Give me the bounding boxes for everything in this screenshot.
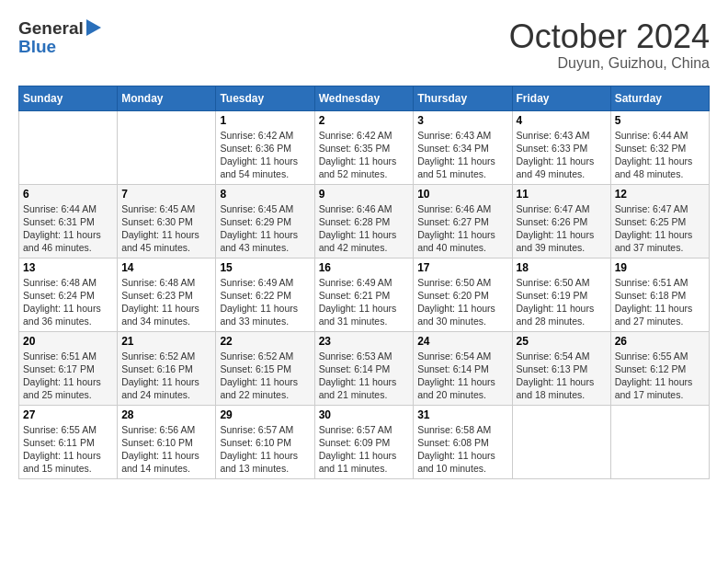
day-number: 11 — [517, 188, 607, 201]
day-number: 3 — [417, 114, 507, 127]
day-info: Sunrise: 6:50 AM Sunset: 6:19 PM Dayligh… — [517, 276, 607, 328]
day-info: Sunrise: 6:53 AM Sunset: 6:14 PM Dayligh… — [319, 350, 410, 402]
day-number: 21 — [121, 335, 211, 348]
day-number: 31 — [417, 408, 507, 421]
day-number: 13 — [23, 261, 113, 274]
calendar-cell: 27Sunrise: 6:55 AM Sunset: 6:11 PM Dayli… — [19, 405, 118, 478]
calendar-cell: 15Sunrise: 6:49 AM Sunset: 6:22 PM Dayli… — [216, 258, 314, 331]
weekday-header-thursday: Thursday — [414, 86, 512, 110]
weekday-header-friday: Friday — [512, 86, 610, 110]
calendar-cell: 21Sunrise: 6:52 AM Sunset: 6:16 PM Dayli… — [118, 331, 216, 405]
day-info: Sunrise: 6:48 AM Sunset: 6:24 PM Dayligh… — [23, 276, 113, 328]
day-info: Sunrise: 6:55 AM Sunset: 6:11 PM Dayligh… — [23, 423, 113, 476]
day-number: 10 — [417, 188, 507, 201]
calendar-cell: 20Sunrise: 6:51 AM Sunset: 6:17 PM Dayli… — [19, 331, 118, 405]
day-number: 27 — [23, 408, 113, 421]
day-number: 26 — [615, 335, 705, 348]
calendar-week-5: 27Sunrise: 6:55 AM Sunset: 6:11 PM Dayli… — [19, 405, 710, 478]
day-info: Sunrise: 6:42 AM Sunset: 6:36 PM Dayligh… — [220, 129, 310, 181]
page-header: General Blue October 2024 Duyun, Guizhou… — [18, 18, 710, 72]
weekday-header-wednesday: Wednesday — [314, 86, 414, 110]
weekday-header-sunday: Sunday — [19, 86, 118, 110]
day-number: 25 — [517, 335, 607, 348]
calendar-cell: 7Sunrise: 6:45 AM Sunset: 6:30 PM Daylig… — [118, 184, 216, 258]
day-info: Sunrise: 6:46 AM Sunset: 6:27 PM Dayligh… — [417, 202, 507, 255]
calendar-cell: 9Sunrise: 6:46 AM Sunset: 6:28 PM Daylig… — [314, 184, 414, 258]
day-number: 23 — [319, 335, 410, 348]
calendar-week-1: 1Sunrise: 6:42 AM Sunset: 6:36 PM Daylig… — [19, 110, 710, 184]
weekday-header-tuesday: Tuesday — [216, 86, 314, 110]
day-number: 22 — [220, 335, 310, 348]
day-number: 30 — [319, 408, 410, 421]
calendar-cell: 1Sunrise: 6:42 AM Sunset: 6:36 PM Daylig… — [216, 110, 314, 184]
day-info: Sunrise: 6:57 AM Sunset: 6:09 PM Dayligh… — [319, 423, 410, 476]
day-info: Sunrise: 6:57 AM Sunset: 6:10 PM Dayligh… — [220, 423, 310, 476]
calendar-cell: 31Sunrise: 6:58 AM Sunset: 6:08 PM Dayli… — [414, 405, 512, 478]
calendar-week-4: 20Sunrise: 6:51 AM Sunset: 6:17 PM Dayli… — [19, 331, 710, 405]
calendar-cell: 29Sunrise: 6:57 AM Sunset: 6:10 PM Dayli… — [216, 405, 314, 478]
calendar-cell: 6Sunrise: 6:44 AM Sunset: 6:31 PM Daylig… — [19, 184, 118, 258]
day-info: Sunrise: 6:50 AM Sunset: 6:20 PM Dayligh… — [417, 276, 507, 328]
day-number: 9 — [319, 188, 410, 201]
day-number: 28 — [121, 408, 211, 421]
day-number: 5 — [615, 114, 705, 127]
day-number: 8 — [220, 188, 310, 201]
calendar-cell: 23Sunrise: 6:53 AM Sunset: 6:14 PM Dayli… — [314, 331, 414, 405]
month-title: October 2024 — [509, 18, 710, 55]
calendar-cell: 22Sunrise: 6:52 AM Sunset: 6:15 PM Dayli… — [216, 331, 314, 405]
day-info: Sunrise: 6:51 AM Sunset: 6:18 PM Dayligh… — [615, 276, 705, 328]
day-info: Sunrise: 6:45 AM Sunset: 6:29 PM Dayligh… — [220, 202, 310, 255]
calendar-table: SundayMondayTuesdayWednesdayThursdayFrid… — [18, 86, 710, 479]
day-number: 18 — [517, 261, 607, 274]
day-number: 24 — [417, 335, 507, 348]
day-info: Sunrise: 6:47 AM Sunset: 6:26 PM Dayligh… — [517, 202, 607, 255]
day-info: Sunrise: 6:43 AM Sunset: 6:33 PM Dayligh… — [517, 129, 607, 181]
logo-general: General — [18, 18, 84, 39]
day-info: Sunrise: 6:42 AM Sunset: 6:35 PM Dayligh… — [319, 129, 410, 181]
logo-blue: Blue — [18, 37, 56, 57]
day-number: 6 — [23, 188, 113, 201]
day-info: Sunrise: 6:48 AM Sunset: 6:23 PM Dayligh… — [121, 276, 211, 328]
day-number: 29 — [220, 408, 310, 421]
weekday-header-monday: Monday — [118, 86, 216, 110]
day-info: Sunrise: 6:44 AM Sunset: 6:32 PM Dayligh… — [615, 129, 705, 181]
calendar-week-3: 13Sunrise: 6:48 AM Sunset: 6:24 PM Dayli… — [19, 258, 710, 331]
title-section: October 2024 Duyun, Guizhou, China — [509, 18, 710, 72]
day-info: Sunrise: 6:46 AM Sunset: 6:28 PM Dayligh… — [319, 202, 410, 255]
calendar-cell: 3Sunrise: 6:43 AM Sunset: 6:34 PM Daylig… — [414, 110, 512, 184]
day-info: Sunrise: 6:54 AM Sunset: 6:14 PM Dayligh… — [417, 350, 507, 402]
day-number: 4 — [517, 114, 607, 127]
day-info: Sunrise: 6:56 AM Sunset: 6:10 PM Dayligh… — [121, 423, 211, 476]
calendar-cell — [610, 405, 709, 478]
day-number: 15 — [220, 261, 310, 274]
day-info: Sunrise: 6:54 AM Sunset: 6:13 PM Dayligh… — [517, 350, 607, 402]
day-number: 12 — [615, 188, 705, 201]
day-number: 1 — [220, 114, 310, 127]
day-number: 19 — [615, 261, 705, 274]
calendar-cell: 26Sunrise: 6:55 AM Sunset: 6:12 PM Dayli… — [610, 331, 709, 405]
day-info: Sunrise: 6:45 AM Sunset: 6:30 PM Dayligh… — [121, 202, 211, 255]
day-number: 17 — [417, 261, 507, 274]
calendar-cell: 16Sunrise: 6:49 AM Sunset: 6:21 PM Dayli… — [314, 258, 414, 331]
calendar-header-row: SundayMondayTuesdayWednesdayThursdayFrid… — [19, 86, 710, 110]
logo: General Blue — [18, 18, 101, 57]
calendar-cell: 19Sunrise: 6:51 AM Sunset: 6:18 PM Dayli… — [610, 258, 709, 331]
day-info: Sunrise: 6:49 AM Sunset: 6:22 PM Dayligh… — [220, 276, 310, 328]
location: Duyun, Guizhou, China — [509, 55, 710, 72]
calendar-cell: 24Sunrise: 6:54 AM Sunset: 6:14 PM Dayli… — [414, 331, 512, 405]
calendar-cell: 4Sunrise: 6:43 AM Sunset: 6:33 PM Daylig… — [512, 110, 610, 184]
logo-triangle-icon — [86, 19, 101, 36]
calendar-cell — [118, 110, 216, 184]
calendar-cell: 17Sunrise: 6:50 AM Sunset: 6:20 PM Dayli… — [414, 258, 512, 331]
day-info: Sunrise: 6:44 AM Sunset: 6:31 PM Dayligh… — [23, 202, 113, 255]
day-number: 16 — [319, 261, 410, 274]
calendar-cell: 10Sunrise: 6:46 AM Sunset: 6:27 PM Dayli… — [414, 184, 512, 258]
day-info: Sunrise: 6:55 AM Sunset: 6:12 PM Dayligh… — [615, 350, 705, 402]
calendar-cell: 25Sunrise: 6:54 AM Sunset: 6:13 PM Dayli… — [512, 331, 610, 405]
calendar-cell: 13Sunrise: 6:48 AM Sunset: 6:24 PM Dayli… — [19, 258, 118, 331]
day-info: Sunrise: 6:58 AM Sunset: 6:08 PM Dayligh… — [417, 423, 507, 476]
calendar-cell: 14Sunrise: 6:48 AM Sunset: 6:23 PM Dayli… — [118, 258, 216, 331]
day-info: Sunrise: 6:52 AM Sunset: 6:16 PM Dayligh… — [121, 350, 211, 402]
day-info: Sunrise: 6:51 AM Sunset: 6:17 PM Dayligh… — [23, 350, 113, 402]
calendar-cell: 11Sunrise: 6:47 AM Sunset: 6:26 PM Dayli… — [512, 184, 610, 258]
